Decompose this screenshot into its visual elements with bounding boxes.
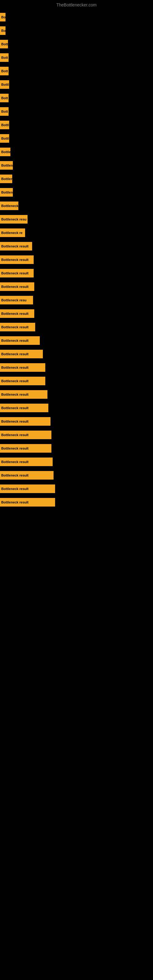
bars-container: BoBoBottBottBottBottlBottBottBottlBottlB…: [0, 9, 153, 513]
bar: Bottleneck result: [0, 485, 55, 493]
bar-row: Bottleneck result: [0, 497, 153, 508]
bar-label: Bottleneck result: [1, 460, 29, 464]
bar: Bottl: [0, 121, 9, 129]
site-title: TheBottlenecker.com: [0, 0, 153, 9]
bar: Bottl: [0, 80, 9, 89]
bar-row: Bott: [0, 106, 153, 117]
bar-label: Bottleneck result: [1, 366, 29, 369]
bar: Bott: [0, 67, 9, 75]
bar: Bottleneck result: [0, 323, 35, 331]
bar-row: Bottlen: [0, 187, 153, 198]
bar-row: Bott: [0, 52, 153, 63]
bar-label: Bott: [1, 110, 8, 113]
bar-row: Bottlen: [0, 160, 153, 171]
bar: Bottleneck re: [0, 229, 25, 237]
bar: Bottleneck result: [0, 255, 33, 264]
bar-row: Bottleneck result: [0, 416, 153, 427]
bar-row: Bottleneck re: [0, 227, 153, 238]
bar: Bottleneck result: [0, 363, 45, 372]
bar-label: Bott: [1, 56, 8, 59]
bar-label: Bottleneck result: [1, 379, 29, 383]
bar-row: Bottleneck result: [0, 321, 153, 332]
bar-label: Bottleneck result: [1, 433, 29, 437]
bar-row: Bottleneck result: [0, 254, 153, 265]
bar: Bottl: [0, 134, 9, 143]
bar-row: Bottleneck resu: [0, 294, 153, 305]
bar-label: Bottleneck result: [1, 500, 29, 504]
bar-label: Bottleneck result: [1, 285, 29, 288]
bar-label: Bottleneck result: [1, 474, 29, 477]
bar-label: Bott: [1, 42, 8, 46]
bar-row: Bottle: [0, 146, 153, 158]
bar: Bottleneck result: [0, 471, 54, 480]
bar-row: Bott: [0, 65, 153, 76]
bar: Bo: [0, 26, 5, 35]
bar-label: Bottleneck result: [1, 393, 29, 396]
bar-label: Bottleneck result: [1, 339, 29, 342]
bar-row: Bottleneck result: [0, 402, 153, 414]
bar-row: Bottleneck result: [0, 456, 153, 467]
bar-row: Bottleneck result: [0, 443, 153, 454]
bar-label: Bott: [1, 69, 8, 73]
bar-label: Bottl: [1, 123, 9, 127]
bar: Bott: [0, 53, 9, 62]
bar: Bott: [0, 40, 8, 48]
bar: Bo: [0, 13, 5, 21]
bar: Bottleneck result: [0, 404, 48, 412]
bar-label: Bottlen: [1, 164, 13, 167]
bar-label: Bottl: [1, 83, 9, 86]
bar-row: Bottleneck: [0, 200, 153, 211]
bar-row: Bottleneck result: [0, 470, 153, 481]
bar-label: Bottleneck resu: [1, 218, 27, 221]
bar: Bott: [0, 94, 9, 102]
bar-label: Bottleneck result: [1, 271, 29, 275]
bar: Bottleneck result: [0, 350, 43, 358]
bar-label: Bottleneck result: [1, 325, 29, 329]
bar-row: Bottleneck result: [0, 308, 153, 319]
bar: Bottleneck result: [0, 269, 33, 277]
bar-label: Bottleneck: [1, 204, 18, 208]
bar: Bottle: [0, 148, 10, 156]
bar-row: Bottleneck result: [0, 348, 153, 360]
bar: Bottleneck result: [0, 282, 34, 291]
bar-row: Bottl: [0, 119, 153, 130]
bar-row: Bottleneck result: [0, 335, 153, 346]
bar: Bottleneck result: [0, 336, 40, 345]
bar-row: Bottleneck result: [0, 362, 153, 373]
bar-row: Bottleneck result: [0, 241, 153, 252]
bar: Bottleneck result: [0, 377, 45, 385]
bar-label: Bott: [1, 96, 8, 100]
bar-row: Bottlen: [0, 173, 153, 185]
bar-row: Bottleneck result: [0, 281, 153, 292]
bar: Bottlen: [0, 188, 13, 197]
bar: Bottleneck result: [0, 390, 48, 399]
bar: Bottleneck result: [0, 498, 55, 506]
bar: Bottleneck result: [0, 242, 32, 250]
bar-row: Bottleneck result: [0, 430, 153, 441]
bar: Bottleneck result: [0, 458, 53, 466]
bar-label: Bo: [1, 29, 5, 32]
bar-row: Bottl: [0, 133, 153, 144]
bar-label: Bottleneck result: [1, 487, 29, 491]
bar-label: Bottleneck result: [1, 420, 29, 423]
bar-row: Bottleneck resu: [0, 214, 153, 225]
bar-label: Bottleneck result: [1, 244, 29, 248]
bar-row: Bottleneck result: [0, 268, 153, 279]
bar: Bottleneck result: [0, 431, 51, 439]
bar: Bottlen: [0, 175, 12, 183]
bar-row: Bo: [0, 25, 153, 36]
bar-row: Bott: [0, 92, 153, 103]
bar-label: Bottleneck result: [1, 312, 29, 315]
bar-row: Bo: [0, 12, 153, 23]
bar-label: Bottlen: [1, 177, 12, 181]
bar: Bottleneck resu: [0, 296, 33, 304]
bar-row: Bott: [0, 38, 153, 49]
bar: Bottleneck result: [0, 309, 34, 318]
bar-label: Bottleneck resu: [1, 298, 27, 302]
bar: Bottleneck result: [0, 444, 51, 453]
bar: Bottleneck resu: [0, 215, 27, 224]
bar-label: Bottleneck result: [1, 406, 29, 410]
bar: Bott: [0, 107, 9, 116]
bar-label: Bottle: [1, 150, 10, 154]
bar-label: Bottleneck result: [1, 352, 29, 356]
